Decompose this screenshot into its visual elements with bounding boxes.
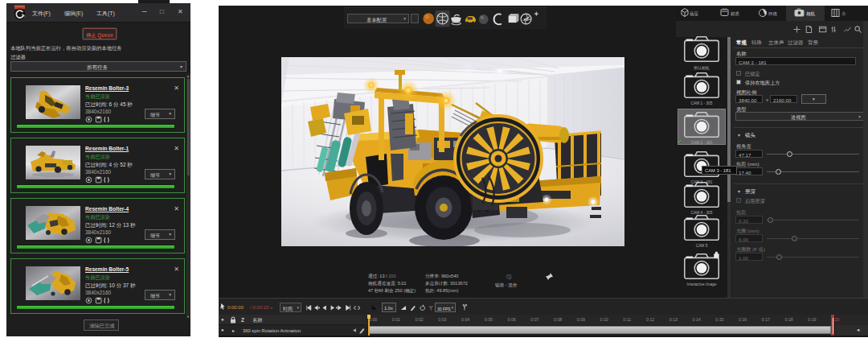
svg-text:环境: 环境 (768, 11, 778, 17)
svg-text:相机: 相机 (806, 11, 816, 17)
svg-text:库: 库 (841, 11, 846, 16)
svg-text:场景: 场景 (690, 11, 699, 17)
svg-text:材质: 材质 (730, 11, 740, 17)
